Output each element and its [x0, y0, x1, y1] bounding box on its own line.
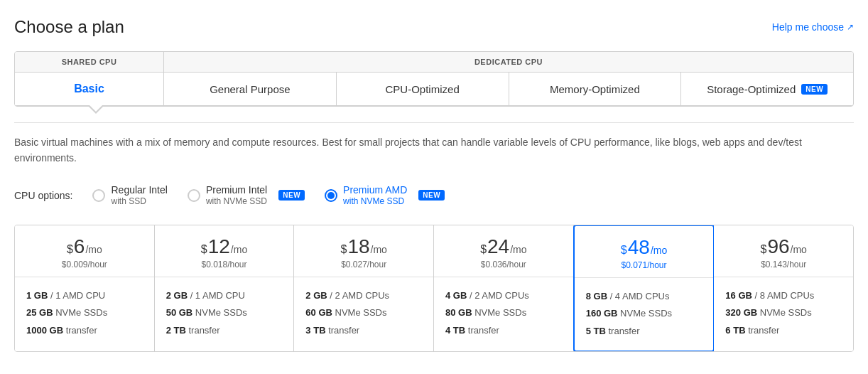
price-hour-plan-96: $0.143/hour: [725, 260, 842, 269]
price-mo-plan-24: /mo: [510, 244, 526, 255]
price-mo-plan-96: /mo: [791, 244, 807, 255]
price-number-plan-12: 12: [208, 235, 230, 258]
spec-line: 4 TB transfer: [445, 322, 562, 340]
price-dollar-plan-48: $: [621, 244, 627, 257]
pricing-card-plan-96[interactable]: $ 96 /mo $0.143/hour 16 GB / 8 AMD CPUs …: [714, 225, 853, 351]
price-hour-plan-48: $0.071/hour: [586, 260, 702, 270]
price-number-plan-6: 6: [74, 235, 85, 258]
spec-line: 60 GB NVMe SSDs: [305, 304, 422, 322]
tab-general-purpose[interactable]: General Purpose: [164, 73, 337, 105]
pricing-card-plan-12[interactable]: $ 12 /mo $0.018/hour 2 GB / 1 AMD CPU 50…: [155, 225, 295, 351]
plan-tabs-row: SHARED CPU Basic DEDICATED CPU General P…: [15, 52, 853, 106]
cpu-option-sub-premium-amd: with NVMe SSD: [343, 196, 407, 208]
price-main-plan-12: $ 12 /mo: [166, 235, 283, 258]
card-specs-plan-48: 8 GB / 4 AMD CPUs 160 GB NVMe SSDs 5 TB …: [575, 278, 714, 351]
card-price-plan-24: $ 24 /mo $0.036/hour: [434, 225, 573, 277]
spec-line: 5 TB transfer: [586, 323, 702, 341]
tab-storage-optimized[interactable]: Storage-Optimized NEW: [681, 73, 853, 105]
new-badge-premium-amd: NEW: [418, 190, 445, 201]
pricing-card-plan-6[interactable]: $ 6 /mo $0.009/hour 1 GB / 1 AMD CPU 25 …: [15, 225, 155, 351]
triangle-row: [14, 107, 854, 118]
spec-line: 2 TB transfer: [166, 322, 283, 340]
price-dollar-plan-24: $: [480, 243, 487, 256]
spec-line: 80 GB NVMe SSDs: [445, 304, 562, 322]
card-specs-plan-12: 2 GB / 1 AMD CPU 50 GB NVMe SSDs 2 TB tr…: [155, 277, 294, 350]
cpu-option-name-premium-amd: Premium AMD: [343, 183, 407, 196]
spec-line: 50 GB NVMe SSDs: [166, 304, 283, 322]
dedicated-cpu-section: DEDICATED CPU General Purpose CPU-Optimi…: [164, 52, 853, 105]
new-badge-storage: NEW: [801, 84, 828, 95]
cpu-option-name-premium-intel: Premium Intel: [206, 183, 267, 196]
radio-premium-intel[interactable]: [188, 189, 200, 202]
radio-premium-amd[interactable]: [325, 189, 337, 202]
spec-line: 16 GB / 8 AMD CPUs: [725, 287, 842, 305]
price-dollar-plan-12: $: [201, 243, 207, 256]
card-specs-plan-24: 4 GB / 2 AMD CPUs 80 GB NVMe SSDs 4 TB t…: [434, 277, 573, 350]
price-number-plan-24: 24: [487, 235, 509, 258]
spec-line: 320 GB NVMe SSDs: [725, 304, 842, 322]
card-price-plan-48: $ 48 /mo $0.071/hour: [575, 226, 714, 278]
shared-cpu-label: SHARED CPU: [15, 52, 163, 73]
price-hour-plan-18: $0.027/hour: [305, 260, 422, 269]
spec-line: 2 GB / 1 AMD CPU: [166, 287, 283, 305]
shared-cpu-section: SHARED CPU Basic: [15, 52, 164, 105]
cpu-options-row: CPU options: Regular Intel with SSD Prem…: [14, 183, 854, 208]
pricing-card-plan-24[interactable]: $ 24 /mo $0.036/hour 4 GB / 2 AMD CPUs 8…: [434, 225, 574, 351]
card-price-plan-18: $ 18 /mo $0.027/hour: [294, 225, 433, 277]
spec-line: 160 GB NVMe SSDs: [586, 305, 702, 323]
pricing-card-plan-18[interactable]: $ 18 /mo $0.027/hour 2 GB / 2 AMD CPUs 6…: [294, 225, 434, 351]
price-mo-plan-12: /mo: [231, 244, 247, 255]
price-dollar-plan-6: $: [67, 243, 73, 256]
tab-memory-optimized[interactable]: Memory-Optimized: [509, 73, 682, 105]
pricing-cards: $ 6 /mo $0.009/hour 1 GB / 1 AMD CPU 25 …: [14, 225, 854, 352]
card-specs-plan-6: 1 GB / 1 AMD CPU 25 GB NVMe SSDs 1000 GB…: [15, 277, 154, 350]
card-price-plan-96: $ 96 /mo $0.143/hour: [714, 225, 853, 277]
spec-line: 2 GB / 2 AMD CPUs: [305, 287, 422, 305]
page-header: Choose a plan Help me choose ↗: [14, 17, 854, 37]
radio-regular-intel[interactable]: [92, 189, 105, 202]
tab-basic[interactable]: Basic: [15, 73, 163, 105]
page-title: Choose a plan: [14, 17, 124, 37]
card-specs-plan-96: 16 GB / 8 AMD CPUs 320 GB NVMe SSDs 6 TB…: [714, 277, 853, 350]
tab-cpu-optimized[interactable]: CPU-Optimized: [337, 73, 509, 105]
cpu-options-label: CPU options:: [14, 190, 72, 201]
pricing-card-plan-48[interactable]: $ 48 /mo $0.071/hour 8 GB / 4 AMD CPUs 1…: [573, 225, 715, 352]
spec-line: 4 GB / 2 AMD CPUs: [445, 287, 562, 305]
spec-line: 1 GB / 1 AMD CPU: [26, 287, 143, 305]
cpu-option-regular-intel[interactable]: Regular Intel with SSD: [92, 183, 167, 208]
dedicated-cpu-label: DEDICATED CPU: [164, 52, 853, 73]
spec-line: 25 GB NVMe SSDs: [26, 304, 143, 322]
description: Basic virtual machines with a mix of mem…: [14, 134, 854, 166]
radio-inner-premium-amd: [327, 192, 335, 199]
price-main-plan-6: $ 6 /mo: [26, 235, 143, 258]
help-link[interactable]: Help me choose ↗: [772, 21, 854, 33]
spec-line: 8 GB / 4 AMD CPUs: [586, 288, 702, 306]
dedicated-tabs: General Purpose CPU-Optimized Memory-Opt…: [164, 73, 853, 105]
price-mo-plan-6: /mo: [85, 244, 102, 255]
spec-line: 6 TB transfer: [725, 322, 842, 340]
price-number-plan-48: 48: [628, 236, 650, 259]
external-link-icon: ↗: [847, 22, 854, 32]
price-hour-plan-12: $0.018/hour: [166, 260, 283, 269]
spec-line: 1000 GB transfer: [26, 322, 143, 340]
divider: [14, 122, 854, 123]
spec-line: 3 TB transfer: [305, 322, 422, 340]
card-price-plan-6: $ 6 /mo $0.009/hour: [15, 225, 154, 277]
price-main-plan-18: $ 18 /mo: [305, 235, 422, 258]
price-hour-plan-6: $0.009/hour: [26, 260, 143, 269]
cpu-option-premium-intel[interactable]: Premium Intel with NVMe SSD NEW: [188, 183, 305, 208]
price-number-plan-18: 18: [347, 235, 369, 258]
cpu-option-name-regular-intel: Regular Intel: [111, 183, 167, 196]
card-price-plan-12: $ 12 /mo $0.018/hour: [155, 225, 294, 277]
triangle-indicator: [89, 107, 103, 114]
cpu-option-sub-premium-intel: with NVMe SSD: [206, 196, 267, 208]
cpu-option-premium-amd[interactable]: Premium AMD with NVMe SSD NEW: [325, 183, 445, 208]
price-dollar-plan-18: $: [340, 243, 347, 256]
new-badge-premium-intel: NEW: [278, 190, 305, 201]
price-main-plan-96: $ 96 /mo: [725, 235, 842, 258]
price-mo-plan-48: /mo: [651, 245, 667, 256]
price-main-plan-48: $ 48 /mo: [586, 236, 702, 259]
plan-tabs-container: SHARED CPU Basic DEDICATED CPU General P…: [14, 51, 854, 107]
card-specs-plan-18: 2 GB / 2 AMD CPUs 60 GB NVMe SSDs 3 TB t…: [294, 277, 433, 350]
price-dollar-plan-96: $: [760, 243, 766, 256]
